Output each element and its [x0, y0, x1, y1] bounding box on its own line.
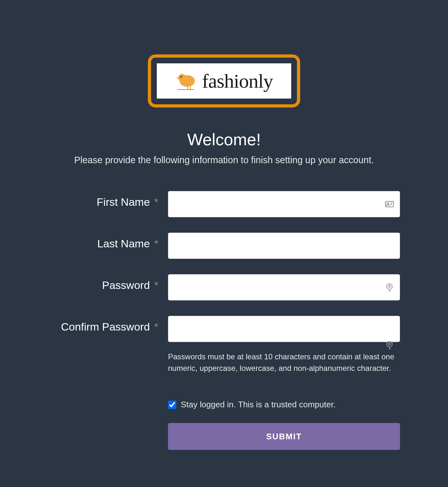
- signup-container: fashionly Welcome! Please provide the fo…: [48, 10, 400, 450]
- key-icon: [385, 340, 394, 350]
- logo-highlight-box: fashionly: [148, 54, 300, 108]
- welcome-section: Welcome! Please provide the following in…: [48, 130, 400, 165]
- bird-icon: [175, 71, 197, 91]
- stay-logged-in-label: Stay logged in. This is a trusted comput…: [181, 400, 336, 410]
- first-name-input[interactable]: [168, 191, 400, 217]
- svg-point-10: [387, 341, 392, 347]
- welcome-title: Welcome!: [48, 130, 400, 149]
- svg-rect-11: [389, 343, 390, 345]
- id-card-icon: [385, 199, 394, 209]
- key-icon: [385, 283, 394, 292]
- confirm-password-group: Confirm Password * Passwords must be at …: [48, 316, 400, 374]
- first-name-group: First Name *: [48, 191, 400, 217]
- password-help-text: Passwords must be at least 10 characters…: [168, 351, 400, 374]
- stay-logged-in-checkbox[interactable]: [168, 401, 176, 409]
- svg-point-8: [387, 284, 392, 290]
- confirm-password-label: Confirm Password *: [48, 316, 168, 333]
- password-input[interactable]: [168, 274, 400, 300]
- password-label: Password *: [48, 274, 168, 291]
- first-name-label: First Name *: [48, 191, 168, 208]
- logo-text: fashionly: [202, 70, 273, 92]
- confirm-password-input[interactable]: [168, 316, 400, 342]
- svg-point-1: [178, 74, 186, 82]
- last-name-group: Last Name *: [48, 233, 400, 259]
- welcome-subtitle: Please provide the following information…: [48, 155, 400, 165]
- password-group: Password *: [48, 274, 400, 300]
- svg-point-2: [180, 76, 182, 78]
- last-name-input[interactable]: [168, 233, 400, 259]
- logo-wrapper: fashionly: [48, 54, 400, 108]
- submit-row: SUBMIT: [48, 423, 400, 450]
- svg-rect-9: [389, 285, 390, 287]
- submit-button[interactable]: SUBMIT: [168, 423, 400, 450]
- last-name-label: Last Name *: [48, 233, 168, 250]
- logo: fashionly: [157, 63, 291, 99]
- stay-logged-in-row: Stay logged in. This is a trusted comput…: [48, 400, 400, 410]
